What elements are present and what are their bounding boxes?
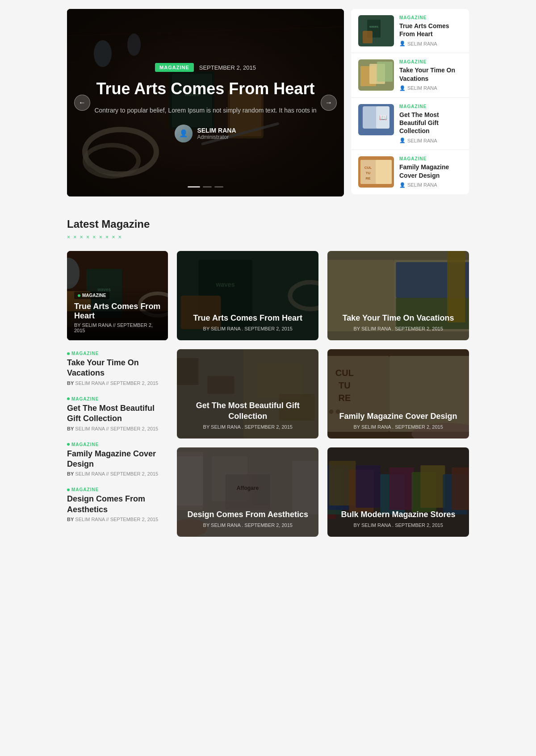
mid-card-3[interactable]: Affogare Design Comes From Aesthetics BY…: [177, 447, 318, 537]
svg-text:📖: 📖: [379, 114, 387, 121]
left-column: waves MAGAZINE: [67, 251, 168, 537]
mid-card-2[interactable]: Get The Most Beautiful Gift Collection B…: [177, 349, 318, 439]
middle-column: waves True Arts Comes From Heart BY SELI…: [177, 251, 318, 537]
tag-label-5: MAGAZINE: [71, 487, 99, 492]
right-author-1: SELIM RANA: [361, 326, 391, 331]
meta-by-2: BY: [67, 380, 74, 386]
text-title-5: Design Comes From Aesthetics: [67, 494, 168, 515]
left-card-featured[interactable]: waves MAGAZINE: [67, 251, 168, 340]
tag-dot-4: [67, 443, 70, 446]
mid-by-1: BY: [203, 326, 209, 331]
mid-meta-3: BY SELIM RANA . SEPTEMBER 2, 2015: [184, 522, 311, 528]
hero-prev-button[interactable]: ←: [74, 95, 90, 111]
text-meta-4: BY SELIM RANA // SEPTEMBER 2, 2015: [67, 471, 168, 476]
left-card-4[interactable]: MAGAZINE Family Magazine Cover Design BY…: [67, 442, 168, 477]
sidebar-tag-4: MAGAZINE: [399, 156, 462, 161]
mid-title-2: Get The Most Beautiful Gift Collection: [184, 401, 311, 422]
tag-label-2: MAGAZINE: [71, 351, 99, 356]
text-tag-3: MAGAZINE: [67, 397, 168, 401]
mid-card-1-overlay: True Arts Comes From Heart BY SELIM RANA…: [177, 251, 318, 340]
featured-tag-label: MAGAZINE: [82, 293, 106, 298]
meta-sep-5: //: [106, 517, 109, 522]
hero-author: 👤 SELIM RANA Administrator: [175, 125, 236, 142]
svg-text:TU: TU: [366, 171, 371, 175]
hero-dot-2: [203, 186, 212, 188]
right-by-2: BY: [353, 424, 360, 430]
text-title-3: Get The Most Beautiful Gift Collection: [67, 403, 168, 424]
sidebar-author-2: 👤 SELIM RANA: [399, 85, 462, 91]
sidebar-author-1: 👤 SELIM RANA: [399, 41, 462, 46]
featured-sep: //: [113, 322, 116, 328]
hero-title: True Arts Comes From Heart: [96, 79, 315, 98]
right-date-1: SEPTEMBER 2, 2015: [395, 326, 443, 331]
svg-rect-30: [376, 160, 392, 184]
hero-badge: MAGAZINE: [155, 63, 194, 72]
right-date-2: SEPTEMBER 2, 2015: [395, 424, 443, 430]
hero-overlay: MAGAZINE SEPTEMBER 2, 2015 True Arts Com…: [67, 9, 344, 196]
right-card-1[interactable]: Take Your Time On Vacations BY SELIM RAN…: [327, 251, 469, 340]
sidebar-title-2: Take Your Time On Vacations: [399, 66, 462, 82]
sidebar-content-1: MAGAZINE True Arts Comes From Heart 👤 SE…: [399, 15, 462, 46]
mid-author-3: SELIM RANA: [211, 522, 240, 528]
right-card-2[interactable]: CUL TU RE Family Magazine Cover Design: [327, 349, 469, 439]
sidebar-card-2[interactable]: MAGAZINE Take Your Time On Vacations 👤 S…: [351, 53, 469, 97]
mid-card-1[interactable]: waves True Arts Comes From Heart BY SELI…: [177, 251, 318, 340]
mid-meta-2: BY SELIM RANA . SEPTEMBER 2, 2015: [184, 424, 311, 430]
sidebar-card-3[interactable]: 📖 MAGAZINE Get The Most Beautiful Gift C…: [351, 98, 469, 150]
meta-by-3: BY: [67, 426, 74, 431]
text-tag-5: MAGAZINE: [67, 487, 168, 492]
text-tag-2: MAGAZINE: [67, 351, 168, 356]
right-sep-2: .: [392, 424, 394, 430]
left-card-2[interactable]: MAGAZINE Take Your Time On Vacations BY …: [67, 351, 168, 386]
svg-text:CUL: CUL: [364, 166, 372, 170]
sidebar-card-4[interactable]: CUL TU RE MAGAZINE Family Magazine Cover…: [351, 150, 469, 194]
meta-author-3: SELIM RANA: [75, 426, 105, 431]
right-by-3: BY: [353, 522, 360, 528]
featured-tag-dot: [78, 294, 80, 297]
mid-card-3-overlay: Design Comes From Aesthetics BY SELIM RA…: [177, 447, 318, 537]
sidebar-title-3: Get The Most Beautiful Gift Collection: [399, 111, 462, 135]
hero-author-info: SELIM RANA Administrator: [197, 127, 236, 140]
sidebar-card-1[interactable]: waves MAGAZINE True Arts Comes From Hear…: [351, 9, 469, 53]
hero-excerpt: Contrary to popular belief, Lorem Ipsum …: [94, 105, 316, 115]
text-title-4: Family Magazine Cover Design: [67, 449, 168, 470]
meta-sep-2: //: [106, 380, 109, 386]
mid-meta-1: BY SELIM RANA . SEPTEMBER 2, 2015: [184, 326, 311, 331]
left-card-3[interactable]: MAGAZINE Get The Most Beautiful Gift Col…: [67, 397, 168, 431]
right-title-1: Take Your Time On Vacations: [335, 313, 462, 323]
sidebar-thumb-2: [358, 59, 394, 91]
sidebar-tag-2: MAGAZINE: [399, 59, 462, 64]
hero-author-name: SELIM RANA: [197, 127, 236, 134]
right-meta-2: BY SELIM RANA . SEPTEMBER 2, 2015: [335, 424, 462, 430]
right-card-3-overlay: Bulk Modern Magazine Stores BY SELIM RAN…: [327, 447, 469, 537]
sidebar-author-name-1: SELIM RANA: [407, 41, 437, 46]
sidebar-author-3: 👤 SELIM RANA: [399, 138, 462, 143]
sidebar-author-name-2: SELIM RANA: [407, 85, 437, 91]
mid-by-3: BY: [203, 522, 209, 528]
right-card-3[interactable]: Bulk Modern Magazine Stores BY SELIM RAN…: [327, 447, 469, 537]
text-tag-4: MAGAZINE: [67, 442, 168, 447]
latest-section: Latest Magazine × × × × × × × × × waves: [67, 218, 469, 537]
right-sep-3: .: [392, 522, 394, 528]
meta-sep-3: //: [106, 426, 109, 431]
sidebar-title-4: Family Magazine Cover Design: [399, 163, 462, 179]
sidebar-thumb-3: 📖: [358, 104, 394, 135]
person-icon-1: 👤: [399, 41, 406, 46]
meta-sep-4: //: [106, 471, 109, 476]
tag-dot-3: [67, 397, 70, 400]
hero-badge-row: MAGAZINE SEPTEMBER 2, 2015: [155, 63, 256, 72]
hero-next-button[interactable]: →: [321, 95, 337, 111]
tag-dot-5: [67, 489, 70, 491]
person-icon-4: 👤: [399, 182, 406, 188]
left-card-5[interactable]: MAGAZINE Design Comes From Aesthetics BY…: [67, 487, 168, 522]
meta-by-4: BY: [67, 471, 74, 476]
mid-sep-1: .: [242, 326, 243, 331]
magazine-grid: waves MAGAZINE: [67, 251, 469, 537]
tag-label-4: MAGAZINE: [71, 442, 99, 447]
sidebar-thumb-1: waves: [358, 15, 394, 46]
right-sep-1: .: [392, 326, 394, 331]
meta-by-5: BY: [67, 517, 74, 522]
divider-decoration: × × × × × × × × ×: [67, 234, 122, 240]
hero-section: waves MAGAZINE: [67, 9, 469, 196]
hero-dot-3: [214, 186, 223, 188]
